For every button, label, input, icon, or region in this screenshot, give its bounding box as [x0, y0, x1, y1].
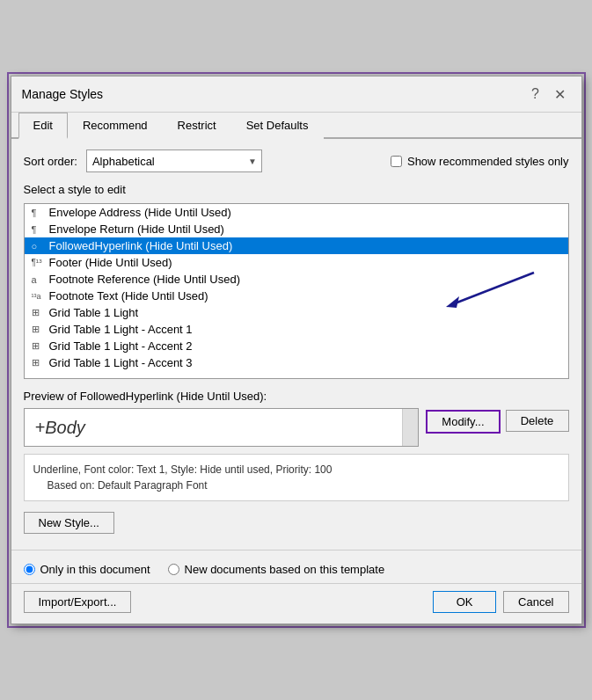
bottom-buttons: Import/Export... OK Cancel	[11, 583, 581, 623]
modify-button[interactable]: Modify...	[426, 410, 500, 434]
list-item-followed-hyperlink[interactable]: ○ FollowedHyperlink (Hide Until Used)	[25, 237, 568, 254]
preview-section: Preview of FollowedHyperlink (Hide Until…	[24, 390, 569, 447]
paragraph-icon: ¶	[32, 224, 44, 235]
sort-order-select[interactable]: Alphabetical As Recommended Font Based O…	[86, 149, 262, 172]
title-bar: Manage Styles ? ✕	[11, 77, 581, 113]
ok-cancel-row: OK Cancel	[433, 591, 568, 613]
modify-delete-buttons: Modify... Delete	[426, 410, 568, 434]
linked-icon: ¹³a	[32, 292, 44, 301]
tabs-bar: Edit Recommend Restrict Set Defaults	[11, 113, 581, 139]
list-item[interactable]: ⊞ Grid Table 1 Light - Accent 1	[25, 321, 568, 338]
radio-only-this-doc-label: Only in this document	[40, 563, 150, 576]
table-icon: ⊞	[32, 340, 44, 352]
title-bar-buttons: ? ✕	[525, 84, 571, 105]
sort-row: Sort order: Alphabetical As Recommended …	[24, 149, 569, 172]
list-item[interactable]: ¹³a Footnote Text (Hide Until Used)	[25, 288, 568, 304]
table-icon: ⊞	[32, 307, 44, 318]
radio-row: Only in this document New documents base…	[11, 556, 581, 583]
styles-list[interactable]: ¶ Envelope Address (Hide Until Used) ¶ E…	[24, 203, 569, 379]
paragraph-icon: ¶	[32, 208, 44, 218]
tab-edit[interactable]: Edit	[18, 113, 68, 139]
cancel-button[interactable]: Cancel	[503, 591, 568, 613]
dialog-content: Sort order: Alphabetical As Recommended …	[11, 139, 581, 544]
help-button[interactable]: ?	[525, 84, 546, 105]
sort-order-label: Sort order:	[24, 155, 77, 168]
table-icon: ⊞	[32, 324, 44, 335]
close-button[interactable]: ✕	[550, 84, 571, 105]
list-item[interactable]: ⊞ Grid Table 1 Light - Accent 3	[25, 354, 568, 371]
show-recommended-label[interactable]: Show recommended styles only	[407, 155, 569, 168]
preview-row: +Body Modify... Delete	[24, 408, 569, 447]
list-item[interactable]: ¶ Envelope Address (Hide Until Used)	[25, 204, 568, 221]
tab-set-defaults[interactable]: Set Defaults	[231, 113, 324, 139]
list-item[interactable]: ⊞ Grid Table 1 Light - Accent 2	[25, 338, 568, 354]
list-item-grid-table[interactable]: ⊞ Grid Table 1 Light	[25, 304, 568, 321]
list-item[interactable]: a Footnote Reference (Hide Until Used)	[25, 271, 568, 288]
radio-new-docs[interactable]: New documents based on this template	[168, 563, 385, 576]
table-icon: ⊞	[32, 357, 44, 368]
preview-scrollbar	[402, 409, 418, 446]
style-info-line2: Based on: Default Paragraph Font	[48, 478, 559, 493]
style-info-box: Underline, Font color: Text 1, Style: Hi…	[24, 454, 569, 501]
radio-new-docs-label: New documents based on this template	[185, 563, 385, 576]
radio-new-docs-input[interactable]	[168, 564, 179, 575]
select-style-label: Select a style to edit	[24, 183, 569, 196]
ok-button[interactable]: OK	[433, 591, 496, 613]
preview-box: +Body	[24, 408, 420, 447]
new-style-row: New Style...	[24, 512, 569, 534]
list-item[interactable]: ¶ Envelope Return (Hide Until Used)	[25, 221, 568, 237]
manage-styles-dialog: Manage Styles ? ✕ Edit Recommend Restric…	[11, 76, 582, 624]
linked-icon: ¶¹³	[32, 258, 44, 267]
character-icon: ○	[32, 241, 44, 252]
preview-label: Preview of FollowedHyperlink (Hide Until…	[24, 390, 569, 403]
list-item[interactable]: ¶¹³ Footer (Hide Until Used)	[25, 254, 568, 271]
radio-only-this-doc[interactable]: Only in this document	[24, 563, 150, 576]
preview-text: +Body	[25, 409, 403, 446]
show-recommended-row: Show recommended styles only	[391, 155, 569, 168]
tab-restrict[interactable]: Restrict	[163, 113, 231, 139]
new-style-button[interactable]: New Style...	[24, 512, 114, 534]
import-export-button[interactable]: Import/Export...	[24, 591, 132, 613]
tab-recommend[interactable]: Recommend	[68, 113, 163, 139]
delete-button[interactable]: Delete	[506, 410, 569, 432]
character-icon: a	[32, 274, 44, 285]
show-recommended-checkbox[interactable]	[391, 156, 402, 167]
styles-list-container: ¶ Envelope Address (Hide Until Used) ¶ E…	[24, 203, 569, 379]
sort-select-wrapper: Alphabetical As Recommended Font Based O…	[86, 149, 262, 172]
style-info-line1: Underline, Font color: Text 1, Style: Hi…	[33, 462, 559, 478]
dialog-title: Manage Styles	[22, 87, 104, 101]
radio-only-this-doc-input[interactable]	[24, 564, 35, 575]
divider	[11, 550, 581, 551]
